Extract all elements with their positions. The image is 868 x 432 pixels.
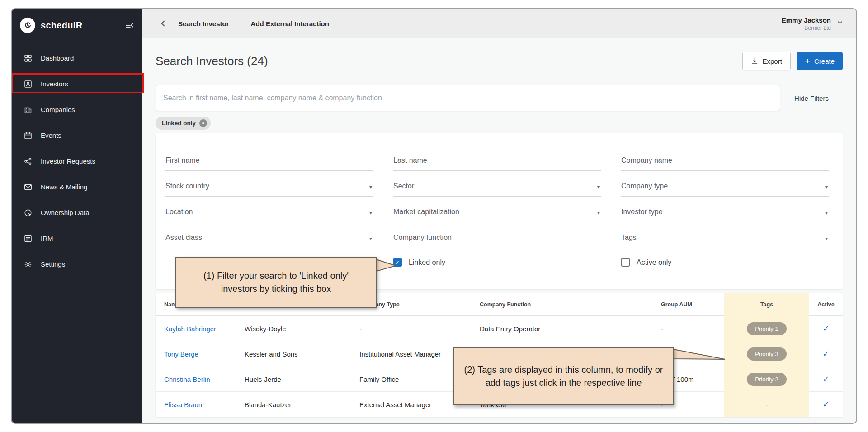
app-logo-icon (20, 18, 35, 33)
chevron-down-icon: ▾ (369, 184, 372, 190)
filter-field-last-name[interactable]: Last name (393, 145, 601, 171)
gear-icon (24, 260, 33, 269)
tag-pill[interactable]: Priority 2 (747, 373, 786, 386)
column-header-name[interactable]: Name (156, 293, 245, 316)
column-header-active[interactable]: Active (809, 293, 843, 316)
plus-icon: + (805, 57, 810, 66)
filter-select-asset-class[interactable]: Asset class▾ (165, 222, 373, 248)
investor-name-link[interactable]: Tony Berge (164, 350, 198, 358)
user-menu[interactable]: Emmy Jackson Bernier Ltd (782, 16, 844, 31)
filter-select-company-type[interactable]: Company type▾ (621, 171, 829, 197)
field-label: Company function (393, 234, 601, 242)
active-check-icon: ✓ (822, 349, 829, 359)
filter-panel: First name Last name Company name Stock … (156, 133, 843, 289)
chevron-down-icon: ▾ (369, 235, 372, 242)
active-cell: ✓ (809, 392, 843, 417)
dashboard-icon (24, 54, 33, 63)
hide-filters-button[interactable]: Hide Filters (780, 94, 843, 102)
company-type-cell: External Asset Manager (359, 392, 480, 417)
filter-field-first-name[interactable]: First name (165, 145, 373, 171)
search-input[interactable] (156, 85, 780, 111)
column-header-company[interactable]: Company (245, 293, 359, 316)
column-header-group-aum[interactable]: Group AUM (652, 293, 724, 316)
group-aum-cell: CHF 100m (652, 366, 724, 392)
active-cell: ✓ (809, 341, 843, 366)
chevron-down-icon: ▾ (369, 210, 372, 216)
sidebar-item-investors[interactable]: Investors (12, 71, 142, 97)
tab-add-external-interaction[interactable]: Add External Interaction (251, 20, 329, 28)
logo-row: schedulR (12, 9, 142, 42)
sidebar-item-ownership-data[interactable]: Ownership Data (12, 200, 142, 225)
back-chevron-icon[interactable] (159, 19, 167, 28)
checkbox-unchecked-icon[interactable] (621, 258, 630, 267)
tab-search-investor[interactable]: Search Investor (178, 20, 229, 28)
chevron-down-icon: ▾ (825, 210, 828, 216)
field-label: Investor type (621, 208, 829, 216)
investors-icon (24, 80, 33, 89)
tags-cell[interactable]: - (724, 392, 809, 417)
create-button[interactable]: + Create (797, 52, 843, 70)
company-type-cell: Institutional Asset Manager (359, 341, 480, 366)
sidebar-item-companies[interactable]: Companies (12, 97, 142, 122)
sidebar-item-label: Investor Requests (41, 157, 95, 165)
topbar: Search Investor Add External Interaction… (142, 9, 856, 38)
active-check-icon: ✓ (822, 399, 829, 409)
field-label: Asset class (165, 234, 373, 242)
filter-field-company-name[interactable]: Company name (621, 145, 829, 171)
investor-name-link[interactable]: Kaylah Bahringer (164, 325, 216, 333)
group-aum-cell: CHF 100m (652, 341, 724, 366)
field-label: Tags (621, 234, 829, 242)
active-only-checkbox[interactable]: Active only (621, 258, 829, 267)
active-cell: ✓ (809, 366, 843, 392)
table-row[interactable]: Christina Berlin Huels-Jerde Family Offi… (156, 366, 843, 392)
investor-name-link[interactable]: Elissa Braun (164, 401, 202, 409)
filter-field-company-function[interactable]: Company function (393, 222, 601, 248)
tag-pill[interactable]: Priority 3 (747, 347, 786, 361)
sidebar-item-irm[interactable]: IRM (12, 225, 142, 251)
sidebar-item-investor-requests[interactable]: Investor Requests (12, 148, 142, 174)
sidebar-item-news-mailing[interactable]: News & Mailing (12, 174, 142, 200)
chip-close-icon[interactable]: ✕ (199, 119, 207, 127)
chevron-down-icon[interactable] (836, 19, 844, 28)
sidebar-item-settings[interactable]: Settings (12, 251, 142, 277)
field-label: Market capitalization (393, 208, 601, 216)
filter-select-stock-country[interactable]: Stock country▾ (165, 171, 373, 197)
filter-select-sector[interactable]: Sector▾ (393, 171, 601, 197)
download-icon (751, 57, 759, 65)
table-row[interactable]: Elissa Braun Blanda-Kautzer External Ass… (156, 392, 843, 417)
column-header-tags[interactable]: Tags (724, 293, 809, 316)
company-cell: Wisoky-Doyle (245, 316, 359, 341)
investors-table: Name Company Company Type Company Functi… (156, 293, 843, 417)
filter-select-location[interactable]: Location▾ (165, 197, 373, 222)
field-label: Company type (621, 182, 829, 190)
table-row[interactable]: Tony Berge Kessler and Sons Institutiona… (156, 341, 843, 366)
field-label: Sector (393, 182, 601, 190)
field-label: Location (165, 208, 373, 216)
sidebar-item-label: Companies (41, 106, 75, 113)
tag-pill[interactable]: Priority 1 (747, 322, 786, 335)
sidebar-item-events[interactable]: Events (12, 122, 142, 148)
export-button[interactable]: Export (742, 52, 791, 70)
tags-cell[interactable]: Priority 2 (724, 366, 809, 392)
filter-select-investor-type[interactable]: Investor type▾ (621, 197, 829, 222)
column-header-company-function[interactable]: Company Function (480, 293, 652, 316)
tags-cell[interactable]: Priority 3 (724, 341, 809, 366)
chevron-down-icon: ▾ (597, 210, 600, 216)
sidebar-item-dashboard[interactable]: Dashboard (12, 45, 142, 71)
active-check-icon: ✓ (822, 324, 829, 333)
filter-select-tags[interactable]: Tags▾ (621, 222, 829, 248)
sidebar-item-label: Ownership Data (41, 209, 90, 216)
active-cell: ✓ (809, 316, 843, 341)
filter-chip-linked-only[interactable]: Linked only ✕ (156, 117, 211, 130)
company-cell: Blanda-Kautzer (245, 392, 359, 417)
checkbox-checked-icon[interactable]: ✓ (393, 258, 402, 267)
investor-name-link[interactable]: Christina Berlin (164, 376, 210, 383)
tags-cell[interactable]: Priority 1 (724, 316, 809, 341)
user-company: Bernier Ltd (782, 25, 831, 31)
sidebar-collapse-icon[interactable] (125, 21, 134, 30)
table-row[interactable]: Kaylah Bahringer Wisoky-Doyle - Data Ent… (156, 316, 843, 341)
column-header-company-type[interactable]: Company Type (359, 293, 480, 316)
chevron-down-icon: ▾ (825, 184, 828, 190)
linked-only-checkbox[interactable]: ✓ Linked only (393, 258, 601, 267)
filter-select-market-capitalization[interactable]: Market capitalization▾ (393, 197, 601, 222)
